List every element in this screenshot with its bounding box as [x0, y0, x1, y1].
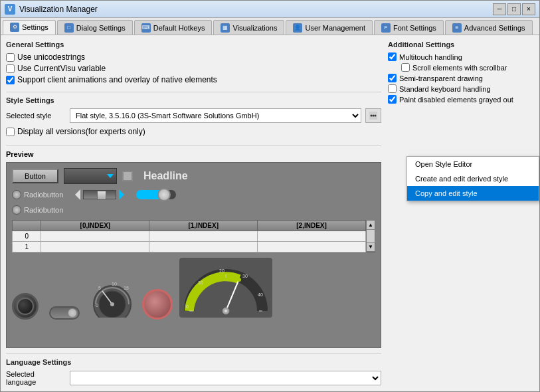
- selected-style-row: Selected style Flat style, 3.5.16.0 (3S-…: [6, 108, 381, 123]
- use-currentvisu-row: Use CurrentVisu variable: [6, 64, 381, 73]
- slider-thumb[interactable]: [97, 191, 106, 200]
- table-row: 0: [13, 231, 375, 242]
- toggle-thumb: [68, 308, 77, 318]
- support-client-animations-checkbox[interactable]: [6, 76, 15, 84]
- use-unicodestrings-row: Use unicodestrings: [6, 52, 381, 62]
- dropdown-arrow-icon: [107, 174, 114, 178]
- use-unicodestrings-checkbox[interactable]: [6, 53, 15, 62]
- table-header-0: [13, 221, 41, 231]
- speedometer-container: 0 10 20 30 40: [179, 258, 272, 320]
- context-menu-item-open-style-editor[interactable]: Open Style Editor: [407, 157, 539, 171]
- tab-default-hotkeys[interactable]: ⌨ Default Hotkeys: [134, 20, 213, 35]
- settings-tab-icon: ⚙: [10, 23, 19, 32]
- svg-text:10: 10: [112, 282, 117, 286]
- semi-transparent-row: Semi-transparent drawing: [388, 74, 534, 82]
- use-unicodestrings-label: Use unicodestrings: [17, 52, 85, 62]
- options-icon: [369, 112, 377, 120]
- svg-text:-0: -0: [94, 303, 98, 308]
- slider-left-btn[interactable]: [75, 189, 80, 200]
- cyan-slider-handle[interactable]: [157, 188, 171, 201]
- scroll-elements-checkbox[interactable]: [401, 63, 410, 72]
- svg-point-23: [225, 310, 227, 312]
- language-settings-section: Language Settings Selected language: [6, 353, 381, 386]
- paint-disabled-row: Paint disabled elements grayed out: [388, 95, 534, 104]
- use-currentvisu-label: Use CurrentVisu variable: [17, 64, 106, 73]
- radio2-label: Radiobutton: [24, 206, 63, 214]
- maximize-button[interactable]: □: [507, 3, 521, 15]
- display-all-row: Display all versions(for experts only): [6, 127, 381, 136]
- table-header-2: [1,INDEX]: [149, 221, 258, 231]
- support-client-animations-row: Support client animations and overlay of…: [6, 75, 381, 84]
- table-header-3: [2,INDEX]: [258, 221, 366, 231]
- close-button[interactable]: ×: [522, 3, 535, 15]
- left-panel: General Settings Use unicodestrings Use …: [6, 41, 381, 386]
- use-currentvisu-checkbox[interactable]: [6, 64, 15, 73]
- standard-keyboard-checkbox[interactable]: [388, 84, 397, 93]
- dialog-settings-tab-icon: □: [64, 23, 74, 33]
- tab-user-management[interactable]: 👤 User Management: [286, 20, 373, 35]
- style-settings-section: Style Settings Selected style Flat style…: [6, 92, 381, 140]
- support-client-animations-label: Support client animations and overlay of…: [17, 75, 217, 84]
- slider-right-btn[interactable]: [119, 189, 124, 200]
- language-dropdown[interactable]: [70, 371, 381, 385]
- minimize-button[interactable]: ─: [493, 3, 506, 15]
- table-cell-1-1: [41, 242, 149, 252]
- tab-settings[interactable]: ⚙ Settings: [3, 20, 56, 35]
- additional-settings-section: Additional Settings Multitouch handling …: [388, 41, 534, 106]
- cyan-slider[interactable]: [136, 190, 176, 199]
- additional-settings-title: Additional Settings: [388, 41, 534, 49]
- tab-dialog-settings[interactable]: □ Dialog Settings: [57, 20, 133, 35]
- multitouch-label: Multitouch handling: [399, 53, 462, 61]
- style-options-button[interactable]: [365, 108, 381, 123]
- preview-radio1: Radiobutton: [12, 190, 63, 199]
- style-dropdown[interactable]: Flat style, 3.5.16.0 (3S-Smart Software …: [70, 108, 361, 123]
- preview-box: Button Headline Radiobutton: [6, 162, 381, 348]
- preview-row1: Button Headline: [12, 168, 375, 184]
- knob-container: [12, 293, 39, 320]
- paint-disabled-label: Paint disabled elements grayed out: [399, 96, 513, 104]
- general-settings-section: General Settings Use unicodestrings Use …: [6, 41, 381, 86]
- semi-transparent-checkbox[interactable]: [388, 74, 397, 82]
- hotkeys-tab-icon: ⌨: [141, 23, 151, 33]
- table-cell-1-0: 1: [13, 242, 41, 252]
- window-controls: ─ □ ×: [493, 3, 535, 15]
- preview-slider: [75, 189, 124, 200]
- pink-knob[interactable]: [142, 289, 173, 320]
- preview-dropdown[interactable]: [64, 168, 117, 184]
- paint-disabled-checkbox[interactable]: [388, 95, 397, 104]
- small-dial-container: -0 5 10 15: [89, 271, 135, 320]
- scroll-down-btn[interactable]: ▼: [367, 242, 375, 251]
- tab-visualizations[interactable]: ▦ Visualizations: [213, 20, 284, 35]
- preview-knob[interactable]: [12, 293, 39, 320]
- general-settings-title: General Settings: [6, 41, 381, 49]
- svg-text:30: 30: [242, 274, 248, 278]
- main-content: General Settings Use unicodestrings Use …: [1, 35, 539, 391]
- title-bar: V Visualization Manager ─ □ ×: [1, 1, 539, 18]
- pink-knob-container: [142, 289, 173, 320]
- preview-checkbox[interactable]: [122, 171, 133, 181]
- svg-text:40: 40: [258, 292, 263, 297]
- svg-point-7: [110, 302, 114, 306]
- preview-button[interactable]: Button: [12, 169, 58, 183]
- display-all-versions-checkbox[interactable]: [6, 128, 15, 136]
- table-scrollbar[interactable]: ▲ ▼: [366, 220, 375, 252]
- preview-radio2: Radiobutton: [12, 205, 63, 215]
- preview-row2-radio2: Radiobutton: [12, 205, 375, 215]
- preview-toggle[interactable]: [49, 306, 80, 320]
- right-panel: Additional Settings Multitouch handling …: [388, 41, 534, 386]
- multitouch-checkbox[interactable]: [388, 52, 397, 61]
- standard-keyboard-label: Standard keyboard handling: [399, 85, 491, 93]
- table-cell-1-3: [258, 242, 366, 252]
- context-menu-item-create-derived[interactable]: Create and edit derived style: [407, 171, 539, 186]
- tab-font-settings[interactable]: F Font Settings: [374, 20, 444, 35]
- svg-text:10: 10: [198, 280, 203, 285]
- font-settings-tab-icon: F: [381, 23, 391, 33]
- svg-text:5: 5: [98, 286, 101, 290]
- tab-bar: ⚙ Settings □ Dialog Settings ⌨ Default H…: [1, 18, 539, 35]
- preview-label: Preview: [6, 150, 381, 158]
- language-settings-title: Language Settings: [6, 358, 381, 366]
- scroll-up-btn[interactable]: ▲: [367, 221, 375, 230]
- knob-inner: [17, 298, 34, 315]
- context-menu-item-copy-edit[interactable]: Copy and edit style: [407, 186, 539, 201]
- tab-advanced-settings[interactable]: ≡ Advanced Settings: [445, 20, 533, 35]
